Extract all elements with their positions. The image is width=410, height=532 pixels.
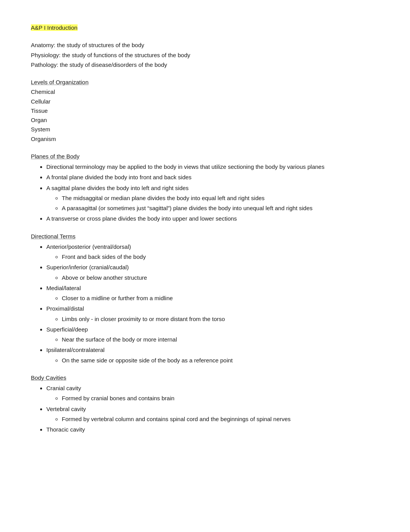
list-item: Chemical	[31, 87, 379, 96]
list-item: Limbs only - in closer proximity to or m…	[62, 314, 379, 323]
pathology-term: Pathology:	[31, 61, 58, 68]
physiology-definition: Physiology: the study of functions of th…	[31, 51, 379, 59]
directional-sub-list: Limbs only - in closer proximity to or m…	[46, 314, 379, 323]
directional-list: Anterior/posterior (ventral/dorsal) Fron…	[31, 242, 379, 365]
cavities-sub-list: Formed by cranial bones and contains bra…	[46, 394, 379, 403]
list-item: The midsaggital or median plane divides …	[62, 194, 379, 202]
definitions-section: Anatomy: the study of structures of the …	[31, 41, 379, 69]
levels-section: Levels of Organization Chemical Cellular…	[31, 78, 379, 143]
anatomy-definition: Anatomy: the study of structures of the …	[31, 41, 379, 49]
list-item: Ipsilateral/contralateral On the same si…	[46, 345, 379, 365]
levels-heading: Levels of Organization	[31, 78, 379, 87]
list-item: A frontal plane divided the body into fr…	[46, 173, 379, 182]
list-item: A transverse or cross plane divides the …	[46, 214, 379, 223]
list-item: Superficial/deep Near the surface of the…	[46, 325, 379, 344]
physiology-term: Physiology:	[31, 52, 61, 58]
directional-sub-list: Near the surface of the body or more int…	[46, 335, 379, 344]
levels-list: Chemical Cellular Tissue Organ System Or…	[31, 87, 379, 143]
list-item: System	[31, 125, 379, 134]
page-title: A&P I Introduction	[31, 24, 78, 31]
anatomy-text: the study of structures of the body	[55, 42, 144, 48]
planes-section: Planes of the Body Directional terminolo…	[31, 152, 379, 223]
list-item: Vertebral cavity Formed by vertebral col…	[46, 405, 379, 424]
list-item: Tissue	[31, 106, 379, 115]
pathology-text: the study of disease/disorders of the bo…	[58, 61, 167, 68]
list-item: Cellular	[31, 97, 379, 106]
planes-heading-text: Planes of the Body	[31, 153, 80, 160]
directional-heading: Directional Terms	[31, 232, 379, 241]
list-item: Thoracic cavity	[46, 425, 379, 434]
levels-heading-text: Levels of Organization	[31, 79, 88, 85]
directional-sub-list: Above or below another structure	[46, 273, 379, 282]
list-item: A sagittal plane divides the body into l…	[46, 184, 379, 213]
list-item: Closer to a midline or further from a mi…	[62, 294, 379, 303]
list-item: Proximal/distal Limbs only - in closer p…	[46, 304, 379, 323]
directional-heading-text: Directional Terms	[31, 233, 76, 240]
directional-section: Directional Terms Anterior/posterior (ve…	[31, 232, 379, 365]
directional-sub-list: Front and back sides of the body	[46, 252, 379, 261]
directional-sub-list: On the same side or opposite side of the…	[46, 356, 379, 365]
list-item: Directional terminology may be applied t…	[46, 162, 379, 171]
cavities-sub-list: Formed by vertebral column and contains …	[46, 415, 379, 423]
planes-list: Directional terminology may be applied t…	[31, 162, 379, 223]
list-item: On the same side or opposite side of the…	[62, 356, 379, 365]
planes-heading: Planes of the Body	[31, 152, 379, 161]
cavities-heading: Body Cavities	[31, 373, 379, 382]
list-item: Organ	[31, 116, 379, 124]
list-item: Medial/lateral Closer to a midline or fu…	[46, 284, 379, 303]
directional-sub-list: Closer to a midline or further from a mi…	[46, 294, 379, 303]
cavities-list: Cranial cavity Formed by cranial bones a…	[31, 384, 379, 434]
cavities-section: Body Cavities Cranial cavity Formed by c…	[31, 373, 379, 434]
cavities-heading-text: Body Cavities	[31, 374, 66, 381]
planes-sub-list: The midsaggital or median plane divides …	[46, 194, 379, 213]
list-item: Cranial cavity Formed by cranial bones a…	[46, 384, 379, 403]
anatomy-term: Anatomy:	[31, 42, 55, 48]
pathology-definition: Pathology: the study of disease/disorder…	[31, 60, 379, 69]
physiology-text: the study of functions of the structures…	[61, 52, 190, 58]
list-item: Organism	[31, 134, 379, 143]
list-item: Anterior/posterior (ventral/dorsal) Fron…	[46, 242, 379, 262]
list-item: Formed by vertebral column and contains …	[62, 415, 379, 423]
list-item: Front and back sides of the body	[62, 252, 379, 261]
list-item: Near the surface of the body or more int…	[62, 335, 379, 344]
list-item: Above or below another structure	[62, 273, 379, 282]
title-section: A&P I Introduction	[31, 23, 379, 32]
list-item: Superior/inferior (cranial/caudal) Above…	[46, 263, 379, 282]
list-item: Formed by cranial bones and contains bra…	[62, 394, 379, 403]
list-item: A parasagittal (or sometimes just “sagit…	[62, 204, 379, 212]
